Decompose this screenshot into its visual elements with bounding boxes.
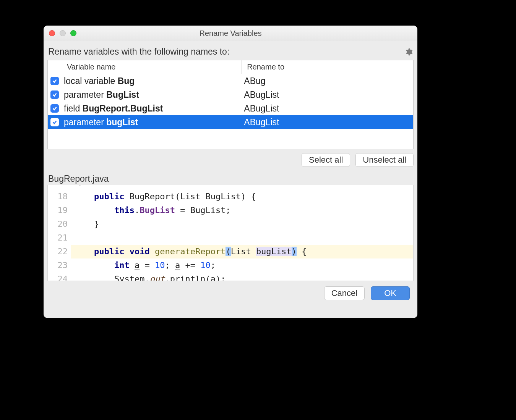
variables-table: Variable name Rename to local variable B… <box>47 60 414 149</box>
table-row[interactable]: local variable BugABug <box>48 74 413 88</box>
variable-name-cell: parameter BugList <box>62 90 242 100</box>
file-name-label: BugReport.java <box>48 174 414 184</box>
rename-to-cell: ABug <box>242 76 413 86</box>
line-number: 20 <box>48 217 71 231</box>
table-row[interactable]: parameter bugListABugList <box>48 115 413 129</box>
line-number: 23 <box>48 258 71 272</box>
code-line: 22 public void generateReport(List bugLi… <box>48 245 413 258</box>
line-number: 21 <box>48 231 71 245</box>
code-line: 24 System.out.println(a); <box>48 272 413 281</box>
line-number: 24 <box>48 272 71 281</box>
code-line: 23 int a = 10; a += 10; <box>48 258 413 272</box>
ok-button[interactable]: OK <box>371 286 410 300</box>
line-number: 19 <box>48 204 71 217</box>
line-number: 22 <box>48 245 71 258</box>
row-checkbox[interactable] <box>50 104 59 113</box>
row-checkbox[interactable] <box>50 77 59 85</box>
variable-name-cell: field BugReport.BugList <box>62 103 242 114</box>
code-line: 21 <box>48 231 413 245</box>
titlebar: Rename Variables <box>44 26 417 41</box>
variable-name-cell: parameter bugList <box>62 117 242 128</box>
code-line: 19 this.BugList = BugList; <box>48 204 413 217</box>
code-text: */ <box>71 185 413 190</box>
table-header: Variable name Rename to <box>48 60 413 74</box>
window-title: Rename Variables <box>44 29 417 38</box>
code-line: */ <box>48 185 413 190</box>
rename-dialog: Rename Variables Rename variables with t… <box>44 26 417 318</box>
unselect-all-button[interactable]: Unselect all <box>355 153 414 167</box>
code-line: 18 public BugReport(List BugList) { <box>48 190 413 204</box>
code-text: this.BugList = BugList; <box>71 204 413 217</box>
rename-to-cell: ABugList <box>242 117 413 128</box>
table-row[interactable]: parameter BugListABugList <box>48 88 413 102</box>
cancel-button[interactable]: Cancel <box>324 286 365 300</box>
code-text: } <box>71 217 413 231</box>
col-variable-name[interactable]: Variable name <box>62 60 242 74</box>
rename-to-cell: ABugList <box>242 90 413 100</box>
line-number: 18 <box>48 190 71 204</box>
code-text: public BugReport(List BugList) { <box>71 190 413 204</box>
instruction-label: Rename variables with the following name… <box>48 47 229 57</box>
rename-to-cell: ABugList <box>242 103 413 114</box>
variable-name-cell: local variable Bug <box>62 76 242 86</box>
table-row[interactable]: field BugReport.BugListABugList <box>48 102 413 115</box>
code-line: 20 } <box>48 217 413 231</box>
code-preview: */18 public BugReport(List BugList) {19 … <box>47 185 414 281</box>
code-text: int a = 10; a += 10; <box>71 258 413 272</box>
code-text: System.out.println(a); <box>71 272 413 281</box>
code-text <box>71 231 413 245</box>
row-checkbox[interactable] <box>50 118 59 126</box>
gear-icon[interactable] <box>404 48 413 56</box>
code-text: public void generateReport(List bugList)… <box>71 245 413 258</box>
select-all-button[interactable]: Select all <box>302 153 350 167</box>
row-checkbox[interactable] <box>50 90 59 99</box>
col-rename-to[interactable]: Rename to <box>242 60 413 74</box>
